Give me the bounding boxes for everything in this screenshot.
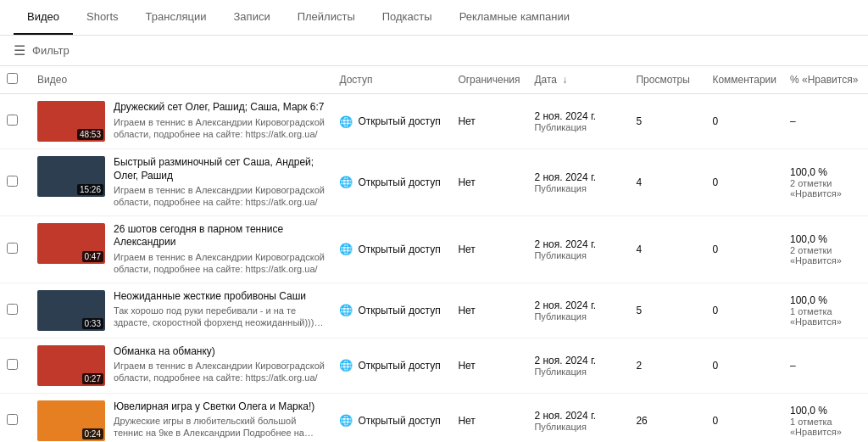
likes-cell-5: 100,0 % 1 отметка «Нравится» — [783, 393, 868, 442]
header-views: Просмотры — [629, 66, 705, 94]
table-row: 0:27 Обманка на обманку) Играем в теннис… — [0, 338, 868, 393]
row-checkbox-1[interactable] — [7, 176, 18, 187]
access-cell-1: 🌐 Открытый доступ — [332, 149, 451, 216]
thumbnail-1[interactable]: 15:26 — [37, 156, 105, 197]
date-cell-2: 2 ноя. 2024 г. Публикация — [527, 215, 629, 283]
video-title-3[interactable]: Неожиданные жесткие пробивоны Саши — [114, 290, 326, 304]
filter-label[interactable]: Фильтр — [32, 44, 70, 57]
date-main-2: 2 ноя. 2024 г. — [534, 238, 622, 250]
thumbnail-3[interactable]: 0:33 — [37, 290, 105, 331]
header-access: Доступ — [332, 66, 451, 94]
video-table-container: Видео Доступ Ограничения Дата ↓ Просмотр… — [0, 66, 868, 442]
row-check-3[interactable] — [0, 283, 31, 338]
table-row: 0:47 26 шотов сегодня в парном теннисе А… — [0, 215, 868, 283]
video-title-1[interactable]: Быстрый разминочный сет Саша, Андрей; Ол… — [114, 156, 326, 182]
tab-trans[interactable]: Трансляции — [132, 0, 220, 35]
tab-ads[interactable]: Рекламные кампании — [446, 0, 583, 35]
thumbnail-2[interactable]: 0:47 — [37, 223, 105, 264]
date-main-5: 2 ноя. 2024 г. — [534, 410, 622, 422]
date-main-1: 2 ноя. 2024 г. — [534, 171, 622, 183]
likes-count-3: 1 отметка «Нравится» — [790, 306, 861, 327]
comments-cell-1: 0 — [705, 149, 783, 216]
video-desc-3: Так хорошо под руки перебивали - и на те… — [114, 305, 326, 329]
thumbnail-4[interactable]: 0:27 — [37, 345, 105, 386]
row-checkbox-3[interactable] — [7, 304, 18, 315]
row-check-2[interactable] — [0, 215, 31, 283]
likes-cell-1: 100,0 % 2 отметки «Нравится» — [783, 149, 868, 216]
thumbnail-0[interactable]: 48:53 — [37, 101, 105, 142]
table-row: 48:53 Дружеский сет Олег, Рашид; Саша, М… — [0, 94, 868, 149]
video-desc-1: Играем в теннис в Александрии Кировоград… — [114, 184, 326, 209]
row-check-4[interactable] — [0, 338, 31, 393]
access-label-2: Открытый доступ — [358, 243, 440, 255]
video-title-2[interactable]: 26 шотов сегодня в парном теннисе Алекса… — [114, 223, 326, 249]
date-sub-2: Публикация — [534, 250, 622, 260]
globe-icon-5: 🌐 — [339, 414, 353, 427]
table-row: 0:24 Ювелирная игра у Светки Олега и Мар… — [0, 393, 868, 442]
video-duration-4: 0:27 — [82, 373, 103, 384]
globe-icon-2: 🌐 — [339, 243, 353, 255]
tab-records[interactable]: Записи — [220, 0, 284, 35]
video-title-4[interactable]: Обманка на обманку) — [114, 345, 326, 359]
restrict-cell-3: Нет — [451, 283, 527, 338]
globe-icon-1: 🌐 — [339, 176, 353, 188]
video-info-5: Ювелирная игра у Светки Олега и Марка!) … — [114, 400, 326, 439]
likes-pct-0: – — [790, 115, 861, 127]
comments-cell-2: 0 — [705, 215, 783, 283]
thumbnail-5[interactable]: 0:24 — [37, 400, 105, 441]
row-check-5[interactable] — [0, 393, 31, 442]
video-cell-1: 15:26 Быстрый разминочный сет Саша, Андр… — [31, 149, 332, 216]
header-check[interactable] — [0, 66, 31, 94]
video-cell-2: 0:47 26 шотов сегодня в парном теннисе А… — [31, 215, 332, 283]
tab-podcasts[interactable]: Подкасты — [369, 0, 446, 35]
tab-playlists[interactable]: Плейлисты — [284, 0, 369, 35]
row-checkbox-5[interactable] — [7, 414, 18, 425]
top-navigation: Видео Shorts Трансляции Записи Плейлисты… — [0, 0, 868, 36]
date-sub-5: Публикация — [534, 422, 622, 432]
row-check-1[interactable] — [0, 149, 31, 216]
header-likes: % «Нравится» — [783, 66, 868, 94]
globe-icon-4: 🌐 — [339, 359, 353, 372]
likes-cell-2: 100,0 % 2 отметки «Нравится» — [783, 215, 868, 283]
date-cell-1: 2 ноя. 2024 г. Публикация — [527, 149, 629, 216]
video-info-1: Быстрый разминочный сет Саша, Андрей; Ол… — [114, 156, 326, 209]
row-checkbox-4[interactable] — [7, 359, 18, 370]
video-title-5[interactable]: Ювелирная игра у Светки Олега и Марка!) — [114, 400, 326, 414]
likes-cell-3: 100,0 % 1 отметка «Нравится» — [783, 283, 868, 338]
video-duration-2: 0:47 — [82, 251, 103, 262]
date-cell-3: 2 ноя. 2024 г. Публикация — [527, 283, 629, 338]
tab-shorts[interactable]: Shorts — [73, 0, 132, 35]
views-cell-0: 5 — [629, 94, 705, 149]
restrict-cell-1: Нет — [451, 149, 527, 216]
access-label-1: Открытый доступ — [358, 176, 440, 188]
row-checkbox-0[interactable] — [7, 115, 18, 126]
row-checkbox-2[interactable] — [7, 243, 18, 254]
header-date[interactable]: Дата ↓ — [527, 66, 629, 94]
likes-pct-3: 100,0 % — [790, 294, 861, 306]
video-info-3: Неожиданные жесткие пробивоны Саши Так х… — [114, 290, 326, 329]
access-label-0: Открытый доступ — [358, 115, 440, 127]
video-duration-3: 0:33 — [82, 318, 103, 329]
date-sub-4: Публикация — [534, 366, 622, 377]
date-cell-0: 2 ноя. 2024 г. Публикация — [527, 94, 629, 149]
access-cell-5: 🌐 Открытый доступ — [332, 393, 451, 442]
tab-video[interactable]: Видео — [14, 0, 73, 35]
likes-count-5: 1 отметка «Нравится» — [790, 417, 861, 437]
select-all-checkbox[interactable] — [7, 73, 18, 84]
likes-pct-2: 100,0 % — [790, 233, 861, 245]
likes-cell-0: – — [783, 94, 868, 149]
likes-count-2: 2 отметки «Нравится» — [790, 245, 861, 266]
access-cell-0: 🌐 Открытый доступ — [332, 94, 451, 149]
row-check-0[interactable] — [0, 94, 31, 149]
comments-cell-3: 0 — [705, 283, 783, 338]
date-main-3: 2 ноя. 2024 г. — [534, 299, 622, 311]
date-main-4: 2 ноя. 2024 г. — [534, 355, 622, 366]
sort-arrow-icon: ↓ — [562, 74, 567, 86]
filter-icon[interactable]: ☰ — [14, 42, 25, 59]
header-comments: Комментарии — [705, 66, 783, 94]
views-cell-3: 5 — [629, 283, 705, 338]
video-title-0[interactable]: Дружеский сет Олег, Рашид; Саша, Марк 6:… — [114, 101, 326, 115]
video-info-2: 26 шотов сегодня в парном теннисе Алекса… — [114, 223, 326, 276]
date-cell-5: 2 ноя. 2024 г. Публикация — [527, 393, 629, 442]
access-cell-4: 🌐 Открытый доступ — [332, 338, 451, 393]
